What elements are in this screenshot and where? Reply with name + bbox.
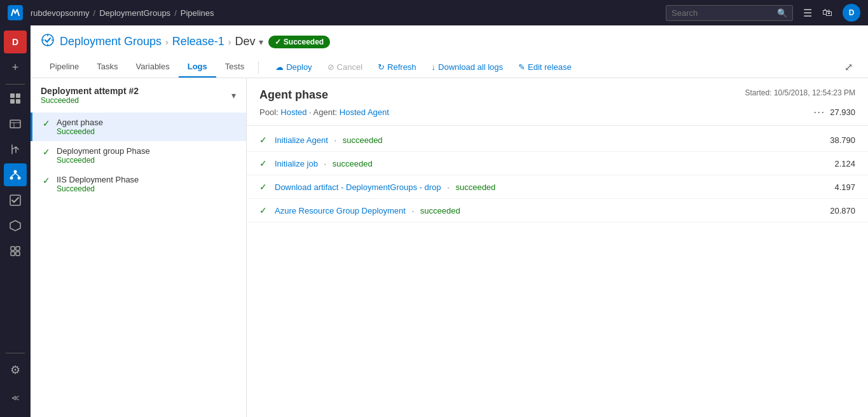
started-label: Started: 10/5/2018, 12:54:23 PM: [745, 88, 855, 97]
more-options-button[interactable]: ···: [813, 106, 825, 119]
top-nav-right: 🔍 ☰ 🛍 D: [666, 4, 860, 22]
tab-bar: Pipeline Tasks Variables Logs Tests: [41, 57, 253, 78]
task-list: ✓ Initialize Agent · succeeded 38.790 ✓ …: [247, 126, 868, 225]
phase-item-iis[interactable]: ✓ IIS Deployment Phase Succeeded: [31, 170, 246, 198]
tab-tests[interactable]: Tests: [216, 57, 253, 78]
user-avatar[interactable]: D: [843, 4, 860, 22]
breadcrumb-pipelines[interactable]: Pipelines: [181, 8, 214, 18]
env-label[interactable]: Dev: [235, 35, 255, 48]
sidebar-item-repos[interactable]: [4, 138, 27, 161]
phase-meta-right: ··· 27.930: [813, 106, 855, 119]
task-row[interactable]: ✓ Initialize job · succeeded 2.124: [247, 152, 868, 175]
tab-logs[interactable]: Logs: [179, 57, 216, 78]
cancel-button[interactable]: ⊘ Cancel: [321, 58, 369, 76]
pool-info: Pool: Hosted · Agent: Hosted Agent: [259, 107, 389, 117]
list-icon[interactable]: ☰: [803, 7, 812, 19]
agent-phase-subrow: Pool: Hosted · Agent: Hosted Agent ··· 2…: [247, 102, 868, 126]
task-row[interactable]: ✓ Azure Resource Group Deployment · succ…: [247, 199, 868, 222]
pool-link[interactable]: Hosted: [280, 107, 307, 117]
section-label[interactable]: Deployment Groups: [60, 35, 162, 48]
breadcrumb-org[interactable]: rubdevopsonmy: [31, 8, 90, 18]
download-logs-button[interactable]: ↓ Download all logs: [425, 58, 509, 76]
download-icon: ↓: [432, 62, 436, 72]
attempt-chevron[interactable]: ▾: [231, 90, 236, 100]
tab-tasks[interactable]: Tasks: [88, 57, 127, 78]
left-panel: Deployment attempt #2 Succeeded ▾ ✓ Agen…: [31, 78, 247, 417]
svg-line-12: [15, 174, 19, 177]
task-check-4: ✓: [259, 205, 267, 215]
task-duration-1: 38.790: [830, 135, 855, 145]
breadcrumb-project[interactable]: DeploymentGroups: [99, 8, 170, 18]
sidebar-bottom: ⚙ ≪: [4, 350, 27, 417]
task-check-3: ✓: [259, 182, 267, 192]
phase-item-deployment-group[interactable]: ✓ Deployment group Phase Succeeded: [31, 141, 246, 170]
top-navbar: rubdevopsonmy / DeploymentGroups / Pipel…: [0, 0, 868, 25]
split-pane: Deployment attempt #2 Succeeded ▾ ✓ Agen…: [31, 78, 868, 417]
sidebar-item-artifacts[interactable]: [4, 214, 27, 237]
phase-duration: 27.930: [830, 107, 855, 117]
phase-status-agent: Succeeded: [57, 127, 103, 136]
sidebar-item-add[interactable]: +: [4, 56, 27, 79]
sidebar-item-overview[interactable]: [4, 87, 27, 110]
phase-name-iis: IIS Deployment Phase: [57, 175, 139, 184]
status-badge: ✓ Succeeded: [268, 36, 330, 48]
attempt-title: Deployment attempt #2: [41, 86, 139, 96]
search-icon: 🔍: [777, 8, 787, 18]
refresh-icon: ↻: [378, 62, 385, 72]
task-name-2: Initialize job · succeeded: [275, 159, 834, 168]
sidebar-item-extensions[interactable]: [4, 240, 27, 263]
task-duration-2: 2.124: [834, 159, 855, 168]
main-layout: D + ⚙ ≪: [0, 25, 868, 417]
sidebar-item-testplans[interactable]: [4, 189, 27, 212]
breadcrumb: rubdevopsonmy / DeploymentGroups / Pipel…: [31, 8, 666, 18]
settings-icon[interactable]: ⚙: [4, 359, 27, 381]
expand-icon[interactable]: ⤢: [839, 58, 858, 76]
sidebar-item-pipelines[interactable]: [4, 163, 27, 186]
edit-release-button[interactable]: ✎ Edit release: [512, 58, 578, 76]
phase-name-agent: Agent phase: [57, 118, 103, 127]
svg-rect-3: [10, 99, 15, 104]
task-check-2: ✓: [259, 158, 267, 168]
svg-point-9: [10, 177, 13, 180]
refresh-button[interactable]: ↻ Refresh: [371, 58, 423, 76]
bag-icon[interactable]: 🛍: [822, 7, 832, 18]
deploy-button[interactable]: ☁ Deploy: [269, 58, 318, 76]
page-title-row: Deployment Groups › Release-1 › Dev ▾ ✓ …: [41, 33, 858, 50]
task-duration-4: 20.870: [830, 206, 855, 215]
agent-phase-title: Agent phase: [259, 88, 328, 102]
svg-line-11: [11, 174, 15, 177]
org-logo[interactable]: [8, 5, 23, 20]
content-area: Deployment Groups › Release-1 › Dev ▾ ✓ …: [31, 25, 868, 417]
task-row[interactable]: ✓ Download artifact - DeploymentGroups -…: [247, 175, 868, 199]
env-chevron[interactable]: ▾: [259, 37, 263, 47]
agent-link[interactable]: Hosted Agent: [340, 107, 389, 117]
phase-list: ✓ Agent phase Succeeded ✓ Deployment gro…: [31, 113, 246, 198]
sidebar: D + ⚙ ≪: [0, 25, 31, 417]
phase-check-dg: ✓: [43, 147, 50, 157]
task-row[interactable]: ✓ Initialize Agent · succeeded 38.790: [247, 128, 868, 152]
svg-rect-1: [10, 93, 15, 98]
right-panel: Agent phase Started: 10/5/2018, 12:54:23…: [247, 78, 868, 417]
sidebar-avatar[interactable]: D: [4, 31, 27, 53]
page-header: Deployment Groups › Release-1 › Dev ▾ ✓ …: [31, 25, 868, 78]
toolbar-actions: ☁ Deploy ⊘ Cancel ↻ Refresh ↓ Download a…: [264, 58, 583, 76]
tab-and-toolbar: Pipeline Tasks Variables Logs Tests: [41, 57, 858, 78]
tab-pipeline[interactable]: Pipeline: [41, 57, 88, 78]
release-label[interactable]: Release-1: [172, 35, 224, 48]
svg-rect-2: [16, 93, 20, 98]
svg-rect-15: [11, 247, 15, 250]
search-box[interactable]: 🔍: [666, 5, 793, 21]
sidebar-item-boards[interactable]: [4, 113, 27, 135]
svg-point-10: [18, 177, 21, 180]
phase-status-iis: Succeeded: [57, 184, 139, 193]
phase-name-dg: Deployment group Phase: [57, 146, 150, 156]
phase-status-dg: Succeeded: [57, 156, 150, 165]
deploy-icon: ☁: [275, 62, 284, 72]
phase-item-agent[interactable]: ✓ Agent phase Succeeded: [31, 113, 246, 141]
cancel-icon: ⊘: [327, 62, 334, 72]
attempt-status: Succeeded: [41, 96, 139, 105]
tab-variables[interactable]: Variables: [127, 57, 179, 78]
search-input[interactable]: [672, 8, 773, 18]
collapse-icon[interactable]: ≪: [4, 386, 27, 409]
phase-check-agent: ✓: [43, 118, 50, 128]
